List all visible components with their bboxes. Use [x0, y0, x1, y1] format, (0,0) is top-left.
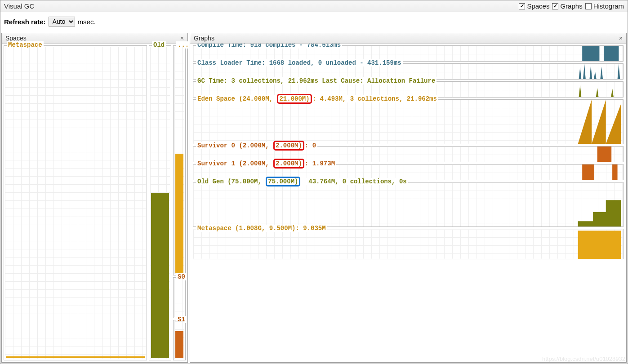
- svg-marker-12: [592, 100, 606, 144]
- s1-gauge: S1: [173, 320, 186, 360]
- refresh-row: Refresh rate: Auto msec.: [0, 12, 628, 33]
- svg-rect-15: [582, 164, 594, 180]
- svg-marker-8: [579, 85, 582, 97]
- graph-title: Survivor 1 (2.000M, 2.000M): 1.973M: [196, 160, 336, 167]
- graph-title: Eden Space (24.000M, 21.000M): 4.493M, 3…: [196, 95, 438, 102]
- graph-title: Metaspace (1.008G, 9.500M): 9.035M: [196, 225, 327, 232]
- svg-marker-13: [606, 104, 621, 144]
- svg-marker-9: [596, 88, 599, 97]
- refresh-rate-select[interactable]: Auto: [49, 17, 75, 27]
- svg-marker-2: [579, 67, 582, 79]
- graph-title: Old Gen (75.000M, 75.000M) 43.764M, 0 co…: [196, 178, 408, 185]
- histogram-checkbox[interactable]: Histogram: [585, 2, 624, 10]
- svg-marker-6: [600, 67, 603, 79]
- visual-gc-window: Visual GC Spaces Graphs Histogram Refres…: [0, 0, 628, 364]
- eden-column: ... S0 S1: [173, 45, 186, 360]
- svg-marker-7: [618, 64, 620, 79]
- spaces-panel: Spaces × Metaspace Old ...: [1, 33, 188, 363]
- titlebar: Visual GC Spaces Graphs Histogram: [0, 0, 628, 12]
- refresh-unit: msec.: [78, 18, 96, 26]
- window-title: Visual GC: [4, 2, 516, 10]
- graphs-panel: Graphs × Compile Time: 918 compiles - 78…: [190, 33, 627, 363]
- close-icon[interactable]: ×: [180, 35, 184, 42]
- eden-gauge: ...: [173, 45, 186, 275]
- svg-rect-16: [612, 164, 617, 180]
- graphs-panel-header: Graphs ×: [190, 33, 626, 44]
- graph-old: Old Gen (75.000M, 75.000M) 43.764M, 0 co…: [193, 182, 624, 227]
- refresh-label: Refresh rate:: [4, 18, 46, 26]
- svg-marker-5: [594, 71, 597, 79]
- svg-marker-10: [611, 89, 614, 97]
- svg-marker-11: [578, 100, 592, 144]
- svg-marker-3: [583, 64, 586, 79]
- svg-rect-14: [597, 146, 612, 162]
- metaspace-gauge: Metaspace: [4, 45, 147, 360]
- spaces-body: Metaspace Old ... S0: [2, 44, 187, 362]
- graphs-checkbox[interactable]: Graphs: [552, 2, 582, 10]
- graph-title: Survivor 0 (2.000M, 2.000M): 0: [196, 142, 317, 149]
- watermark: https://blog.csdn.net/u01028932: [542, 355, 625, 362]
- graph-title: Compile Time: 918 compiles - 784.513ms: [196, 44, 342, 49]
- content-row: Spaces × Metaspace Old ...: [0, 33, 628, 364]
- spaces-checkbox[interactable]: Spaces: [519, 2, 549, 10]
- graph-eden: Eden Space (24.000M, 21.000M): 4.493M, 3…: [193, 99, 624, 144]
- svg-rect-1: [604, 46, 619, 61]
- svg-marker-17: [578, 200, 621, 226]
- graph-metaspace: Metaspace (1.008G, 9.500M): 9.035M: [193, 229, 624, 259]
- svg-rect-18: [578, 231, 621, 259]
- svg-rect-0: [582, 46, 599, 61]
- svg-marker-4: [589, 65, 592, 79]
- close-icon[interactable]: ×: [619, 35, 623, 42]
- s0-gauge: S0: [173, 277, 186, 318]
- old-gauge: Old: [149, 45, 171, 360]
- graphs-body: Compile Time: 918 compiles - 784.513msCl…: [190, 44, 626, 362]
- graph-title: Class Loader Time: 1668 loaded, 0 unload…: [196, 59, 403, 67]
- graph-title: GC Time: 3 collections, 21.962ms Last Ca…: [196, 77, 436, 84]
